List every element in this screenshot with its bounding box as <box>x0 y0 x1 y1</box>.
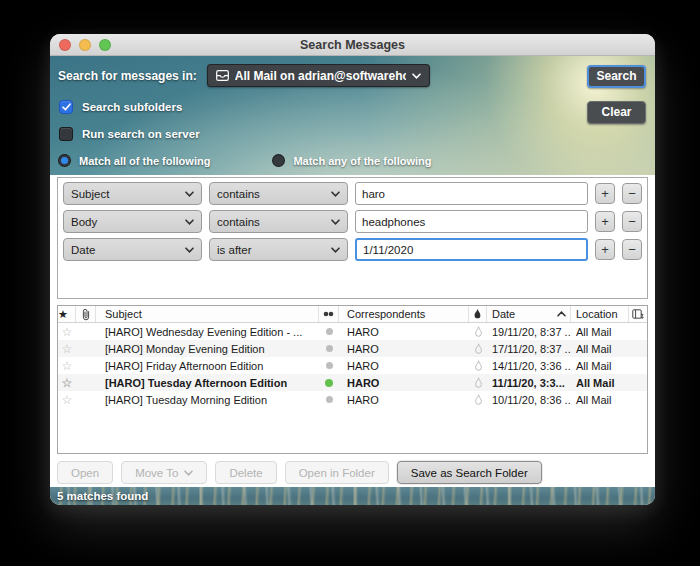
delete-button[interactable]: Delete <box>215 461 276 484</box>
mail-folder-icon <box>216 70 229 81</box>
location-cell: All Mail <box>571 326 629 338</box>
column-picker-icon <box>632 309 644 320</box>
date-cell: 14/11/20, 3:36 ... <box>487 360 571 372</box>
criteria-value-input[interactable] <box>355 238 588 261</box>
junk-cell <box>469 360 487 372</box>
clear-button[interactable]: Clear <box>587 101 646 124</box>
star-column-header[interactable]: ★ <box>58 306 76 322</box>
operator-select[interactable]: contains <box>209 210 348 233</box>
column-picker-button[interactable] <box>629 306 647 322</box>
location-cell: All Mail <box>571 360 629 372</box>
table-row[interactable]: ☆ [HARO] Tuesday Afternoon Edition HARO … <box>58 374 647 391</box>
flame-icon <box>474 394 483 406</box>
search-in-label: Search for messages in: <box>58 69 197 83</box>
move-to-button[interactable]: Move To <box>121 461 207 484</box>
correspondents-cell: HARO <box>339 343 469 355</box>
chevron-down-icon <box>331 247 340 253</box>
radio-unselected-icon <box>272 154 285 167</box>
field-select-value: Date <box>71 244 185 256</box>
junk-column-header[interactable] <box>469 306 487 322</box>
table-row[interactable]: ☆ [HARO] Wednesday Evening Edition - ...… <box>58 323 647 340</box>
open-button[interactable]: Open <box>57 461 113 484</box>
field-select[interactable]: Date <box>63 238 202 261</box>
window-title: Search Messages <box>50 38 655 52</box>
date-column-header[interactable]: Date <box>487 306 571 322</box>
chevron-down-icon <box>331 219 340 225</box>
run-search-on-server-checkbox[interactable]: Run search on server <box>59 126 647 141</box>
correspondents-cell: HARO <box>339 326 469 338</box>
radio-label: Match any of the following <box>293 155 431 167</box>
read-status-cell <box>319 396 339 403</box>
title-bar[interactable]: Search Messages <box>50 34 655 56</box>
match-all-radio[interactable]: Match all of the following <box>58 154 210 167</box>
date-cell: 19/11/20, 8:37 ... <box>487 326 571 338</box>
save-as-search-folder-button[interactable]: Save as Search Folder <box>397 461 542 484</box>
read-status-cell <box>319 328 339 335</box>
date-cell: 11/11/20, 3:3... <box>487 377 571 389</box>
criteria-value-input[interactable] <box>355 210 588 233</box>
criteria-row: Date is after + − <box>63 238 642 261</box>
results-table: ★ Subject Correspondents Date <box>57 305 648 454</box>
junk-cell <box>469 326 487 338</box>
match-any-radio[interactable]: Match any of the following <box>272 154 431 167</box>
star-icon[interactable]: ☆ <box>62 376 73 390</box>
search-criteria-panel: Subject contains + − Body <box>57 177 648 299</box>
checkbox-label: Run search on server <box>82 128 200 140</box>
search-button[interactable]: Search <box>587 65 646 88</box>
operator-select[interactable]: is after <box>209 238 348 261</box>
search-header: Search for messages in: All Mail on adri… <box>50 56 655 175</box>
read-dot-icon <box>326 362 333 369</box>
remove-criteria-button[interactable]: − <box>622 183 642 204</box>
date-cell: 17/11/20, 8:37 ... <box>487 343 571 355</box>
attachment-column-header[interactable] <box>76 306 96 322</box>
subject-cell: [HARO] Monday Evening Edition <box>96 343 319 355</box>
action-button-bar: Open Move To Delete Open in Folder Save … <box>57 461 648 484</box>
add-criteria-button[interactable]: + <box>595 239 615 260</box>
subject-cell: [HARO] Tuesday Afternoon Edition <box>96 377 319 389</box>
operator-select-value: contains <box>217 216 331 228</box>
chevron-down-icon <box>331 191 340 197</box>
add-criteria-button[interactable]: + <box>595 183 615 204</box>
criteria-row: Body contains + − <box>63 210 642 233</box>
checkbox-label: Search subfolders <box>82 101 182 113</box>
star-icon[interactable]: ☆ <box>62 325 73 339</box>
subject-column-header[interactable]: Subject <box>96 306 319 322</box>
correspondents-cell: HARO <box>339 360 469 372</box>
operator-select[interactable]: contains <box>209 182 348 205</box>
criteria-value-input[interactable] <box>355 182 588 205</box>
remove-criteria-button[interactable]: − <box>622 239 642 260</box>
read-dot-icon <box>326 328 333 335</box>
table-row[interactable]: ☆ [HARO] Friday Afternoon Edition HARO 1… <box>58 357 647 374</box>
subject-cell: [HARO] Tuesday Morning Edition <box>96 394 319 406</box>
read-status-cell <box>319 362 339 369</box>
date-cell: 10/11/20, 8:36 ... <box>487 394 571 406</box>
folder-selector-dropdown[interactable]: All Mail on adrian@softwarehow.com <box>207 64 430 87</box>
chevron-down-icon <box>185 191 194 197</box>
search-subfolders-checkbox[interactable]: Search subfolders <box>59 99 647 114</box>
star-icon[interactable]: ☆ <box>62 359 73 373</box>
flame-icon <box>474 377 483 389</box>
read-status-icon <box>323 311 334 317</box>
search-messages-window: Search Messages Search for messages in: … <box>50 34 655 505</box>
field-select[interactable]: Body <box>63 210 202 233</box>
location-column-header[interactable]: Location <box>571 306 629 322</box>
table-row[interactable]: ☆ [HARO] Tuesday Morning Edition HARO 10… <box>58 391 647 408</box>
chevron-down-icon <box>185 247 194 253</box>
add-criteria-button[interactable]: + <box>595 211 615 232</box>
correspondents-column-header[interactable]: Correspondents <box>339 306 469 322</box>
subject-cell: [HARO] Friday Afternoon Edition <box>96 360 319 372</box>
radio-selected-icon <box>58 154 71 167</box>
table-row[interactable]: ☆ [HARO] Monday Evening Edition HARO 17/… <box>58 340 647 357</box>
open-in-folder-button[interactable]: Open in Folder <box>285 461 389 484</box>
star-icon[interactable]: ☆ <box>62 342 73 356</box>
status-bar: 5 matches found <box>50 487 655 505</box>
results-header-row: ★ Subject Correspondents Date <box>58 306 647 323</box>
checkbox-unchecked-icon <box>59 127 73 141</box>
criteria-row: Subject contains + − <box>63 182 642 205</box>
read-column-header[interactable] <box>319 306 339 322</box>
folder-selector-value: All Mail on adrian@softwarehow.com <box>235 69 406 83</box>
remove-criteria-button[interactable]: − <box>622 211 642 232</box>
field-select[interactable]: Subject <box>63 182 202 205</box>
move-to-label: Move To <box>135 467 178 479</box>
star-icon[interactable]: ☆ <box>62 393 73 407</box>
